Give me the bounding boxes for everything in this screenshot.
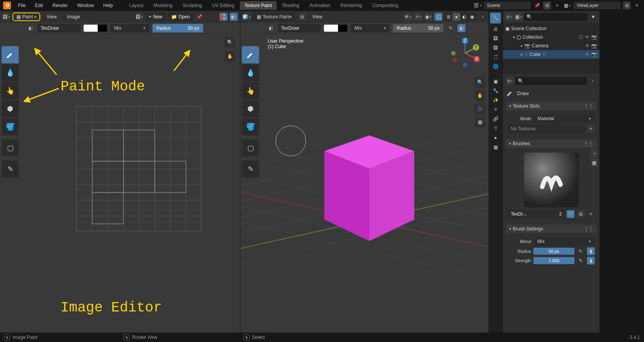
texture-slots-header[interactable]: ▾Texture Slots⋮⋮	[506, 102, 596, 110]
brush-list-icon[interactable]: ▦	[590, 159, 598, 167]
brush-preview-options-icon[interactable]	[590, 149, 598, 157]
strength-value-field[interactable]: 1.000	[533, 257, 574, 264]
radius-field[interactable]: Radius50 px	[152, 24, 203, 32]
world-tab-icon[interactable]: 🌐	[492, 63, 499, 70]
tab-rendering[interactable]: Rendering	[336, 1, 367, 10]
pin-icon[interactable]: 📌	[533, 2, 541, 9]
tab-layout[interactable]: Layout	[125, 1, 148, 10]
outliner-search[interactable]: 🔍	[524, 13, 588, 21]
image-menu-image[interactable]: Image	[63, 13, 84, 21]
image-canvas[interactable]: 🔍 ✋	[0, 34, 240, 333]
menu-window[interactable]: Window	[73, 1, 98, 10]
unit-radius-icon[interactable]: ▮	[587, 247, 595, 255]
brush-settings-header[interactable]: ▾Brush Settings⋮⋮	[506, 225, 596, 233]
filter-icon[interactable]: ▼	[589, 13, 597, 21]
radius-field[interactable]: Radius50 px	[393, 24, 444, 32]
camera-view-icon[interactable]: 🎥	[474, 103, 485, 114]
active-tool-tab-icon[interactable]: 🔧	[490, 13, 501, 23]
tab-shading[interactable]: Shading	[277, 1, 304, 10]
smear-tool[interactable]: 👆	[242, 82, 259, 99]
close-layer-icon[interactable]: ×	[633, 2, 641, 9]
texture-tab-icon[interactable]: ▦	[492, 143, 499, 151]
shading-rendered-icon[interactable]: ◉	[468, 13, 476, 21]
tree-scene-collection[interactable]: ▣ Scene Collection	[503, 24, 599, 33]
brush-name-field[interactable]: TexDraw	[38, 24, 80, 32]
overlay-icon[interactable]: ◉	[424, 13, 432, 21]
unit-strength-icon[interactable]: ▮	[587, 257, 595, 265]
viewport-mode-dropdown[interactable]: ▦Texture Paint▾	[253, 13, 296, 21]
editor-type-icon[interactable]: 🖼	[2, 13, 10, 21]
mask-tool[interactable]: ▢	[2, 139, 19, 157]
brush-color-swatch[interactable]	[84, 25, 107, 32]
scene-browse-icon[interactable]: 🎬	[474, 2, 481, 9]
clone-tool[interactable]: ⬢	[242, 100, 259, 117]
radius-value-field[interactable]: 50 px	[533, 248, 574, 255]
brush-preset-icon[interactable]: ◐	[27, 24, 34, 32]
unlink-brush-icon[interactable]: ×	[587, 210, 595, 218]
pressure-icon[interactable]: ✎	[447, 24, 454, 32]
scene-tab-icon[interactable]: 🎵	[492, 53, 499, 61]
tab-texture-paint[interactable]: Texture Paint	[240, 1, 277, 10]
viewlayer-tab-icon[interactable]: 🖼	[492, 44, 499, 52]
render-tab-icon[interactable]: 🖨	[492, 25, 499, 33]
tab-compositing[interactable]: Compositing	[367, 1, 403, 10]
fill-tool[interactable]: 🪣	[2, 118, 19, 135]
soften-tool[interactable]: 💧	[242, 64, 259, 81]
texture-mode-dropdown[interactable]: Material▾	[533, 114, 595, 123]
shading-wireframe-icon[interactable]: ⊞	[445, 13, 453, 21]
fake-user-icon[interactable]: 🛡	[567, 210, 574, 218]
physics-tab-icon[interactable]: ⚛	[492, 106, 499, 113]
snap-icon[interactable]: 🧲	[220, 13, 227, 21]
new-brush-icon[interactable]: ⧉	[577, 210, 585, 218]
menu-render[interactable]: Render	[48, 1, 72, 10]
output-tab-icon[interactable]: 🖼	[492, 34, 499, 42]
tree-cube[interactable]: ▸ ▽ Cube ▽ 👁📷	[503, 50, 599, 59]
visibility-icon[interactable]: 👁	[404, 13, 412, 21]
tab-modeling[interactable]: Modeling	[149, 1, 177, 10]
object-tab-icon[interactable]: ▣	[492, 77, 499, 85]
data-tab-icon[interactable]: ▽	[492, 124, 499, 132]
strength-icon[interactable]: ◐	[458, 24, 465, 32]
blend-dropdown[interactable]: Mix▾	[533, 237, 595, 246]
display-mode-icon[interactable]: ▦	[515, 13, 522, 21]
pin-image-icon[interactable]: 📌	[195, 13, 203, 21]
particles-tab-icon[interactable]: ✨	[492, 96, 499, 104]
menu-file[interactable]: File	[14, 1, 29, 10]
brushes-header[interactable]: ▾Brushes⋮⋮	[506, 139, 596, 148]
brush-preview[interactable]	[524, 153, 579, 207]
modifier-tab-icon[interactable]: 🔧	[492, 87, 499, 95]
tree-camera[interactable]: ▸ 📷 Camera 👁📷	[503, 41, 599, 50]
pressure-radius-icon[interactable]: ✎	[577, 247, 585, 255]
brush-preset-icon[interactable]: ◐	[267, 24, 275, 32]
navigation-gizmo[interactable]: X Y Z	[449, 38, 481, 69]
brush-color-swatch[interactable]	[324, 25, 347, 32]
tab-uv-editing[interactable]: UV Editing	[208, 1, 239, 10]
constraints-tab-icon[interactable]: 🔗	[492, 115, 499, 123]
annotate-tool[interactable]: ✎	[2, 160, 19, 178]
paint-mode-dropdown[interactable]: ▦ Paint ▾	[13, 13, 40, 21]
layer-browse-icon[interactable]: ▦	[564, 2, 571, 9]
scene-name-field[interactable]: Scene	[484, 2, 531, 9]
menu-help[interactable]: Help	[99, 1, 117, 10]
draw-tool[interactable]	[2, 46, 19, 63]
options-icon[interactable]	[589, 77, 596, 85]
draw-tool[interactable]	[242, 46, 259, 63]
tree-collection[interactable]: ▾ ▢ Collection ☑👁📷	[503, 33, 599, 41]
fill-tool[interactable]: 🪣	[242, 118, 259, 135]
outliner-type-icon[interactable]: ≡	[505, 13, 513, 21]
image-browse-icon[interactable]: 🖼	[136, 13, 143, 21]
material-tab-icon[interactable]: ●	[492, 134, 499, 142]
shading-options-icon[interactable]	[478, 13, 486, 21]
new-scene-icon[interactable]: ⧉	[543, 2, 551, 9]
tab-animation[interactable]: Animation	[305, 1, 335, 10]
new-layer-icon[interactable]: ⧉	[623, 2, 631, 9]
perspective-toggle-icon[interactable]: ▦	[474, 117, 485, 128]
props-search[interactable]: 🔍	[515, 77, 587, 85]
add-texture-button[interactable]: +	[587, 125, 595, 133]
shading-solid-icon[interactable]: ●	[453, 13, 460, 21]
brush-name-field[interactable]: TexDr...	[508, 210, 554, 218]
annotate-tool[interactable]: ✎	[242, 160, 259, 178]
open-image-button[interactable]: 📁Open	[168, 13, 193, 21]
blend-mode-dropdown[interactable]: Mix▾	[351, 24, 390, 32]
editor-type-icon[interactable]: 🧊	[243, 13, 250, 21]
